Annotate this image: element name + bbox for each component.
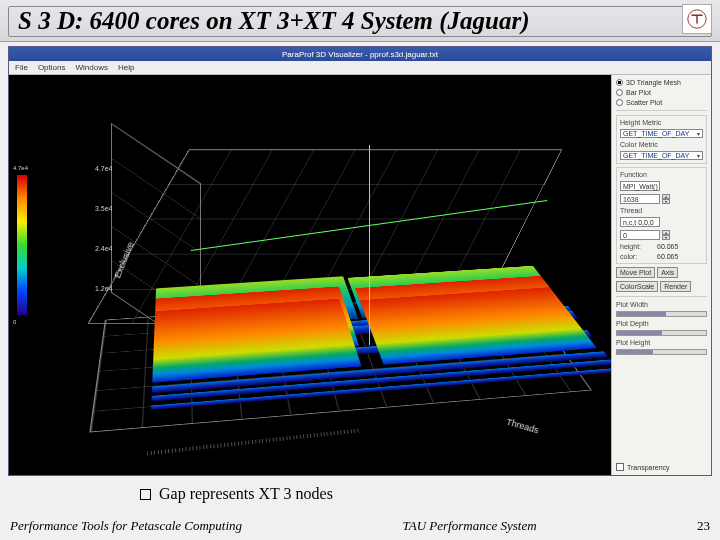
separator [616, 296, 707, 297]
z-tick: 1.2e4 [95, 285, 113, 292]
separator [616, 110, 707, 111]
plotdepth-slider[interactable] [616, 330, 707, 336]
z-tick: 4.7e4 [95, 165, 113, 172]
plotheight-slider[interactable] [616, 349, 707, 355]
menu-options[interactable]: Options [38, 63, 66, 72]
bullet-icon [140, 489, 151, 500]
footer-left: Performance Tools for Petascale Computin… [10, 518, 242, 534]
colorbar [17, 175, 27, 315]
hval-label: height: [620, 243, 654, 250]
crosshair-vertical [369, 145, 370, 345]
menu-file[interactable]: File [15, 63, 28, 72]
radio-icon[interactable] [616, 79, 623, 86]
scatter-label: Scatter Plot [626, 99, 662, 106]
color-readout: 60.065 [657, 253, 678, 260]
plotdepth-label: Plot Depth [616, 320, 707, 327]
window-title: ParaProf 3D Visualizer - pprof.s3d.jagua… [282, 50, 438, 59]
spin-down-icon[interactable]: ▾ [662, 235, 670, 240]
axis-button[interactable]: Axis [657, 267, 678, 278]
slide-header: S 3 D: 6400 cores on XT 3+XT 4 System (J… [0, 0, 720, 42]
radio-icon[interactable] [616, 89, 623, 96]
menu-help[interactable]: Help [118, 63, 134, 72]
transparency-row[interactable]: Transparency [616, 463, 707, 471]
height-label: Height Metric [620, 119, 703, 126]
thread-index[interactable]: 0 [620, 230, 660, 240]
height-select-value: GET_TIME_OF_DAY [623, 130, 689, 137]
chevron-down-icon: ▾ [697, 152, 700, 159]
function-value: MPI_Wait() [620, 181, 660, 191]
render-button[interactable]: Render [660, 281, 691, 292]
function-index-spinner[interactable]: 1638 ▴▾ [620, 194, 703, 204]
z-tick: 2.4e4 [95, 245, 113, 252]
height-select[interactable]: GET_TIME_OF_DAY ▾ [620, 129, 703, 138]
color-select-value: GET_TIME_OF_DAY [623, 152, 689, 159]
barplot-label: Bar Plot [626, 89, 651, 96]
spin-down-icon[interactable]: ▾ [662, 199, 670, 204]
scatter-row[interactable]: Scatter Plot [616, 99, 707, 106]
colorbar-min: 0 [13, 319, 16, 325]
function-spinner[interactable]: MPI_Wait() [620, 181, 703, 191]
page-number: 23 [697, 518, 710, 534]
bullet-line: Gap represents XT 3 nodes [140, 485, 333, 503]
tau-logo [682, 4, 712, 34]
function-label: Function [620, 171, 703, 178]
function-index[interactable]: 1638 [620, 194, 660, 204]
transparency-label: Transparency [627, 464, 670, 471]
colorbar-max: 4.7e4 [13, 165, 28, 171]
control-panel: 3D Triangle Mesh Bar Plot Scatter Plot H… [611, 75, 711, 475]
plotwidth-label: Plot Width [616, 301, 707, 308]
app-body: 4.7e4 0 4.7e4 3.5e4 2.4e4 1.2e4 [9, 75, 711, 475]
slide-title: S 3 D: 6400 cores on XT 3+XT 4 System (J… [12, 7, 529, 35]
chevron-down-icon: ▾ [697, 130, 700, 137]
barplot-row[interactable]: Bar Plot [616, 89, 707, 96]
thread-value: n,c,t 0,0,0 [620, 217, 660, 227]
height-readout: 60.065 [657, 243, 678, 250]
bullet-text: Gap represents XT 3 nodes [159, 485, 333, 503]
footer-center: TAU Performance System [242, 518, 697, 534]
z-tick: 3.5e4 [95, 205, 113, 212]
viewmode-label: 3D Triangle Mesh [626, 79, 681, 86]
metric-group: Height Metric GET_TIME_OF_DAY ▾ Color Me… [616, 115, 707, 164]
3d-viewport[interactable]: 4.7e4 0 4.7e4 3.5e4 2.4e4 1.2e4 [9, 75, 611, 475]
checkbox-icon[interactable] [616, 463, 624, 471]
moveplot-button[interactable]: Move Plot [616, 267, 655, 278]
window-titlebar: ParaProf 3D Visualizer - pprof.s3d.jagua… [9, 47, 711, 61]
viewmode-row[interactable]: 3D Triangle Mesh [616, 79, 707, 86]
paraprof-window: ParaProf 3D Visualizer - pprof.s3d.jagua… [8, 46, 712, 476]
thread-label: Thread [620, 207, 703, 214]
thread-spinner[interactable]: n,c,t 0,0,0 [620, 217, 703, 227]
selection-group: Function MPI_Wait() 1638 ▴▾ Thread n,c,t… [616, 167, 707, 264]
colorscale-button[interactable]: ColorScale [616, 281, 658, 292]
menubar: File Options Windows Help [9, 61, 711, 75]
slide-footer: Performance Tools for Petascale Computin… [10, 518, 710, 534]
menu-windows[interactable]: Windows [75, 63, 107, 72]
plotwidth-slider[interactable] [616, 311, 707, 317]
thread-index-spinner[interactable]: 0 ▴▾ [620, 230, 703, 240]
color-label: Color Metric [620, 141, 703, 148]
color-select[interactable]: GET_TIME_OF_DAY ▾ [620, 151, 703, 160]
scene: 4.7e4 3.5e4 2.4e4 1.2e4 [69, 105, 569, 465]
cval-label: color: [620, 253, 654, 260]
plotheight-label: Plot Height [616, 339, 707, 346]
radio-icon[interactable] [616, 99, 623, 106]
